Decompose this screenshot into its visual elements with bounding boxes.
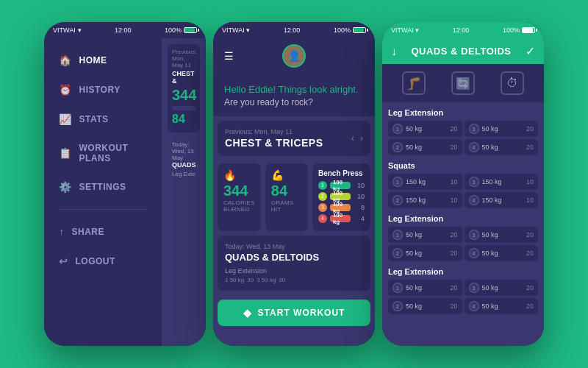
status-bar-2: VITWAI ▾ 12:00 100%	[213, 22, 375, 38]
set-preview-reps2: 20	[279, 277, 285, 283]
set-reps-2: 10	[356, 193, 365, 200]
set-weight-1-4: 50 kg	[482, 144, 498, 151]
sidebar-label-plans: WORKOUT PLANS	[79, 143, 148, 163]
set-item-s-4: 4 150 kg 10	[465, 192, 539, 208]
sidebar-item-stats[interactable]: 📈 STATS	[44, 105, 162, 134]
set-row-4: 4 100 kg 4	[318, 214, 365, 223]
exercise-section-title-1: Leg Extension	[388, 108, 538, 117]
hamburger-icon[interactable]: ☰	[224, 50, 234, 62]
sidebar-item-settings[interactable]: ⚙️ SETTINGS	[44, 172, 162, 202]
set-grid-squats: 1 150 kg 10 3 150 kg 10 2 150 kg 10	[388, 174, 538, 208]
screen3-header: ↓ QUADS & DELTOIDS ✓	[382, 38, 544, 64]
set-reps2-2-3: 20	[526, 231, 534, 238]
diamond-icon: ◆	[243, 307, 252, 319]
next-workout-label: Today: Wed, 13 May	[225, 243, 363, 250]
set-item-s-1: 1 150 kg 10	[388, 174, 462, 190]
set-item-3-2: 2 50 kg 20	[388, 298, 462, 314]
set-circle-s-1: 1	[392, 177, 403, 187]
set-circle-s-4: 4	[469, 195, 479, 205]
set-reps2-1-1: 20	[450, 125, 457, 132]
next-workout-card: Today: Wed, 13 May QUADS & DELTOIDS Leg …	[218, 236, 370, 291]
set-item-1-3: 3 50 kg 20	[465, 121, 539, 137]
prev-title: CHEST &	[172, 70, 196, 85]
set-preview-reps: 20	[247, 277, 254, 283]
reps-stat: 💪 84 GRAMS HIT	[265, 163, 308, 231]
set-weight-2-2: 50 kg	[406, 250, 422, 257]
set-weight-3-4: 50 kg	[482, 302, 498, 310]
check-icon[interactable]: ✓	[526, 44, 535, 58]
exercise-title: Bench Press	[318, 169, 365, 177]
set-item-1-2: 2 50 kg 20	[388, 139, 462, 155]
workout-icon-2[interactable]: 🔄	[451, 71, 475, 95]
set-num-3: 3	[318, 203, 327, 212]
sidebar-item-home[interactable]: 🏠 HOME	[44, 46, 162, 75]
muscle-icon: 💪	[271, 169, 284, 181]
set-item-1-1: 1 50 kg 20	[388, 121, 462, 137]
workout-icons-row: 🦵 🔄 ⏱	[382, 64, 544, 102]
set-weight-1-3: 50 kg	[482, 125, 498, 132]
share-icon: ↑	[59, 226, 65, 238]
sidebar-item-plans[interactable]: 📋 WORKOUT PLANS	[44, 134, 162, 172]
sidebar-divider	[59, 209, 147, 210]
set-reps2-2-1: 20	[450, 231, 457, 238]
set-preview-2: 3 50 kg	[257, 277, 276, 283]
set-reps-4: 4	[356, 215, 365, 222]
prev-icon[interactable]: ‹	[351, 133, 354, 144]
avatar: 👤	[282, 44, 306, 68]
sidebar-label-history: HISTORY	[79, 85, 121, 95]
set-item-2-2: 2 50 kg 20	[388, 245, 462, 261]
sidebar-item-share[interactable]: ↑ SHARE	[44, 217, 162, 247]
set-bar-2: 100 kg	[330, 193, 351, 200]
next-icon[interactable]: ›	[360, 133, 363, 144]
set-reps-1: 10	[356, 182, 365, 189]
set-weight-3-2: 50 kg	[406, 302, 422, 310]
exercise-section-2: Leg Extension 1 50 kg 20 3 50 kg 20	[388, 214, 538, 261]
workout-icon-3[interactable]: ⏱	[501, 71, 524, 95]
preview-next: Today: Wed, 13 May QUADS Leg Exte	[168, 137, 200, 182]
set-circle-1-4: 4	[469, 142, 479, 152]
set-row-1: 1 100 kg 10	[318, 181, 365, 190]
workout-icon-1[interactable]: 🦵	[402, 71, 426, 95]
set-reps2-s-1: 10	[450, 178, 457, 185]
set-item-3-4: 4 50 kg 20	[465, 298, 539, 314]
stats-icon: 📈	[59, 113, 72, 125]
sidebar-item-history[interactable]: ⏰ HISTORY	[44, 75, 162, 105]
set-item-3-1: 1 50 kg 20	[388, 280, 462, 296]
set-circle-s-3: 3	[469, 177, 479, 187]
sidebar-label-logout: LOGOUT	[76, 256, 115, 266]
exercise-section-title-2: Leg Extension	[388, 214, 538, 223]
phone-screen-2: VITWAI ▾ 12:00 100% ☰ 👤 Hello Eddie! Thi…	[213, 22, 375, 346]
set-grid-3: 1 50 kg 20 3 50 kg 20 2 50 kg 20	[388, 280, 538, 314]
set-item-3-3: 3 50 kg 20	[465, 280, 539, 296]
status-bar-3: VITWAI ▾ 12:00 100%	[382, 22, 544, 38]
start-workout-button[interactable]: ◆ START WORKOUT	[218, 300, 370, 326]
logout-icon: ↩	[59, 255, 68, 267]
set-weight-s-2: 150 kg	[406, 197, 426, 204]
exercise-section-squats: Squats 1 150 kg 10 3 150 kg 10	[388, 161, 538, 208]
status-bar-1: VITWAI ▾ 12:00 100%	[44, 22, 206, 38]
sidebar-label-settings: SETTINGS	[79, 182, 126, 192]
exercise-preview: Leg Exte	[172, 171, 196, 177]
set-weight-2-3: 50 kg	[482, 231, 498, 238]
sidebar: 🏠 HOME ⏰ HISTORY 📈 STATS 📋 WORKOUT PLANS…	[44, 38, 162, 346]
set-reps2-s-3: 10	[526, 178, 534, 185]
screen3-body: ↓ QUADS & DELTOIDS ✓ 🦵 🔄 ⏱ Leg Extension…	[382, 38, 544, 346]
set-circle-1-2: 2	[392, 142, 403, 152]
set-weight-2-1: 50 kg	[406, 231, 422, 238]
set-circle-2-3: 3	[469, 230, 479, 240]
reps-value: 84	[271, 183, 287, 199]
set-circle-1-3: 3	[469, 124, 479, 134]
set-reps2-1-2: 20	[450, 144, 457, 151]
battery-label: 100%	[165, 26, 182, 34]
battery-pct-3: 100%	[503, 26, 520, 34]
sidebar-item-logout[interactable]: ↩ LOGOUT	[44, 247, 162, 276]
calories-label: CALORIES BURNED	[223, 199, 255, 213]
set-reps2-3-2: 20	[450, 302, 457, 310]
set-reps2-s-4: 10	[526, 197, 534, 204]
set-weight-2-4: 50 kg	[482, 250, 498, 257]
set-reps2-s-2: 10	[450, 197, 457, 204]
screen2-body: ☰ 👤 Hello Eddie! Things look alright. Ar…	[213, 38, 375, 346]
screen1-body: 🏠 HOME ⏰ HISTORY 📈 STATS 📋 WORKOUT PLANS…	[44, 38, 206, 346]
back-arrow-icon[interactable]: ↓	[391, 45, 397, 58]
set-circle-2-4: 4	[469, 248, 479, 258]
